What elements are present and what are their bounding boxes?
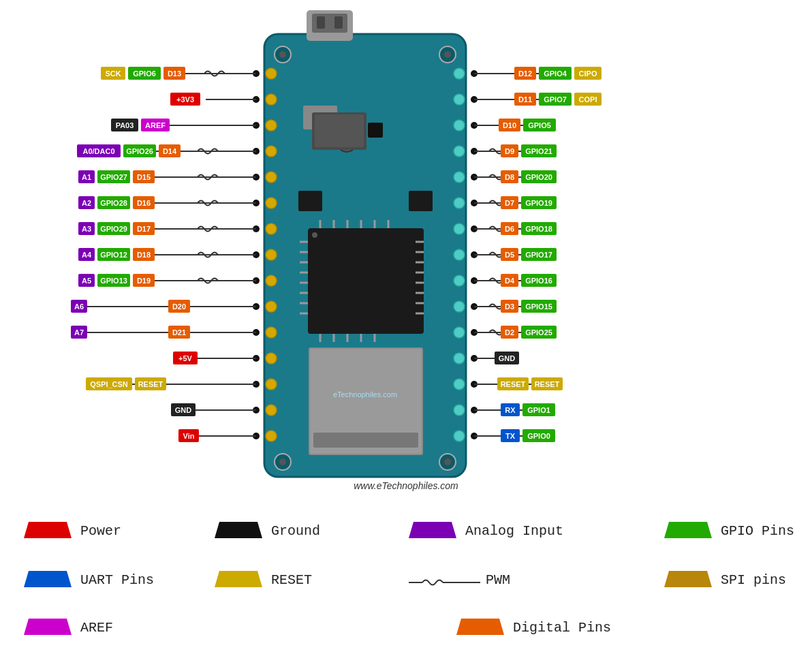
svg-text:GPIO26: GPIO26 xyxy=(126,147,153,155)
svg-point-100 xyxy=(454,379,465,390)
svg-text:GPIO13: GPIO13 xyxy=(100,277,127,285)
svg-marker-265 xyxy=(215,571,262,587)
svg-point-95 xyxy=(454,249,465,260)
legend-reset-icon xyxy=(211,565,266,594)
legend-digital-label: Digital Pins xyxy=(513,620,611,636)
svg-text:D8: D8 xyxy=(505,173,514,181)
svg-point-99 xyxy=(454,353,465,364)
legend-uart-label: UART Pins xyxy=(80,572,154,588)
legend-aref-label: AREF xyxy=(80,620,113,636)
svg-rect-43 xyxy=(409,191,433,211)
svg-text:D3: D3 xyxy=(505,302,514,311)
svg-text:PA03: PA03 xyxy=(116,121,134,129)
svg-point-41 xyxy=(312,232,317,238)
svg-text:A6: A6 xyxy=(74,302,84,311)
svg-point-89 xyxy=(454,94,465,105)
small-chip xyxy=(368,123,383,138)
legend-digital-icon xyxy=(453,613,507,642)
svg-marker-270 xyxy=(456,619,504,635)
arduino-nano-diagram: eTechnophiles.com xyxy=(0,0,812,497)
svg-marker-261 xyxy=(215,522,262,538)
svg-point-56 xyxy=(266,353,277,364)
svg-text:D11: D11 xyxy=(518,95,532,104)
svg-text:D17: D17 xyxy=(137,225,151,233)
svg-point-46 xyxy=(266,94,277,105)
svg-text:A2: A2 xyxy=(82,199,91,207)
svg-text:GPIO1: GPIO1 xyxy=(527,406,550,414)
svg-text:GPIO19: GPIO19 xyxy=(525,199,552,207)
svg-text:A1: A1 xyxy=(82,173,91,181)
svg-text:AREF: AREF xyxy=(145,121,166,129)
svg-point-93 xyxy=(454,198,465,208)
legend-area: Power Ground Analog Input GPIO Pins UART… xyxy=(0,504,812,654)
legend-ground-label: Ground xyxy=(271,523,320,539)
svg-text:A3: A3 xyxy=(82,225,91,233)
svg-text:D16: D16 xyxy=(137,199,151,207)
svg-rect-13 xyxy=(315,114,364,147)
svg-text:RESET: RESET xyxy=(138,380,163,388)
legend-pwm-label: PWM xyxy=(486,572,510,588)
svg-point-94 xyxy=(454,223,465,234)
legend-gpio-icon xyxy=(661,516,715,545)
svg-point-47 xyxy=(266,120,277,131)
svg-point-49 xyxy=(266,172,277,183)
svg-point-50 xyxy=(266,198,277,208)
legend-gpio-label: GPIO Pins xyxy=(721,523,794,539)
svg-point-97 xyxy=(454,301,465,312)
svg-marker-269 xyxy=(24,619,72,635)
svg-rect-2 xyxy=(317,16,325,29)
svg-text:D14: D14 xyxy=(163,147,177,155)
legend-power-icon xyxy=(20,516,75,545)
svg-point-51 xyxy=(266,223,277,234)
svg-marker-260 xyxy=(24,522,72,538)
svg-text:GPIO0: GPIO0 xyxy=(527,432,550,440)
pin-pad-r1 xyxy=(454,68,465,79)
svg-point-55 xyxy=(266,327,277,338)
main-ic xyxy=(308,228,424,334)
svg-text:D15: D15 xyxy=(137,173,151,181)
svg-point-96 xyxy=(454,275,465,286)
svg-text:COPI: COPI xyxy=(579,95,597,104)
svg-marker-262 xyxy=(409,522,456,538)
svg-text:TX: TX xyxy=(505,432,516,440)
svg-text:GPIO28: GPIO28 xyxy=(100,199,127,207)
svg-point-8 xyxy=(279,458,286,465)
svg-point-54 xyxy=(266,301,277,312)
svg-text:GPIO16: GPIO16 xyxy=(525,277,552,285)
svg-text:GPIO21: GPIO21 xyxy=(525,147,552,155)
svg-point-10 xyxy=(444,458,451,465)
svg-text:D19: D19 xyxy=(137,277,151,285)
svg-point-6 xyxy=(444,51,451,58)
svg-text:GPIO18: GPIO18 xyxy=(525,225,552,233)
svg-point-52 xyxy=(266,249,277,260)
svg-rect-45 xyxy=(313,433,418,448)
svg-point-58 xyxy=(266,405,277,416)
svg-text:GPIO29: GPIO29 xyxy=(100,225,127,233)
svg-text:GPIO7: GPIO7 xyxy=(544,95,567,104)
svg-text:D12: D12 xyxy=(518,69,532,78)
svg-text:D20: D20 xyxy=(172,302,186,311)
svg-text:Vin: Vin xyxy=(183,432,195,440)
svg-marker-263 xyxy=(664,522,712,538)
svg-text:GND: GND xyxy=(175,406,192,414)
svg-point-4 xyxy=(279,51,286,58)
svg-point-91 xyxy=(454,146,465,157)
board-url-text: eTechnophiles.com xyxy=(333,390,397,399)
svg-point-101 xyxy=(454,405,465,416)
svg-text:D5: D5 xyxy=(505,251,514,259)
svg-text:GPIO12: GPIO12 xyxy=(100,251,127,259)
legend-analog-label: Analog Input xyxy=(465,523,563,539)
legend-spi-label: SPI pins xyxy=(721,572,786,588)
svg-text:A4: A4 xyxy=(82,251,92,259)
svg-text:A5: A5 xyxy=(82,277,91,285)
svg-marker-268 xyxy=(664,571,712,587)
svg-text:D7: D7 xyxy=(505,199,514,207)
svg-text:RESET: RESET xyxy=(535,380,560,388)
svg-text:GPIO27: GPIO27 xyxy=(100,173,127,181)
svg-text:A7: A7 xyxy=(74,328,84,337)
svg-point-90 xyxy=(454,120,465,131)
svg-text:D18: D18 xyxy=(137,251,151,259)
svg-point-102 xyxy=(454,431,465,441)
svg-text:A0/DAC0: A0/DAC0 xyxy=(82,147,114,155)
svg-point-92 xyxy=(454,172,465,183)
